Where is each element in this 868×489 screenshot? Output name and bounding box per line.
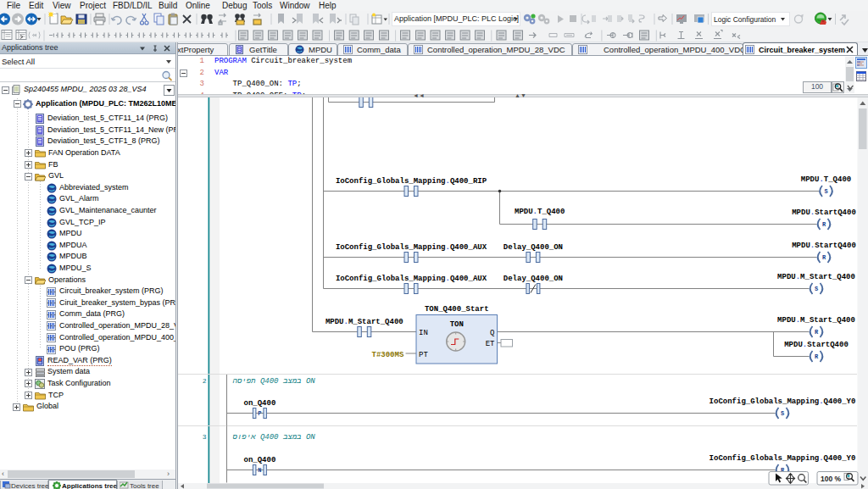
svg-text:IoConfig_Globals_Mapping.Q400_: IoConfig_Globals_Mapping.Q400_Y0 — [709, 454, 856, 463]
svg-text:MPDU.M_Start_Q400: MPDU.M_Start_Q400 — [326, 318, 403, 326]
svg-text:MPDU.M_Start_Q400: MPDU.M_Start_Q400 — [777, 273, 855, 281]
svg-text:MPDU.T_Q400: MPDU.T_Q400 — [801, 175, 851, 184]
svg-text:TON: TON — [450, 320, 464, 329]
svg-text:S: S — [824, 188, 827, 195]
svg-text:PT: PT — [419, 351, 428, 359]
svg-text:S: S — [781, 410, 784, 417]
svg-text:on_Q400: on_Q400 — [243, 456, 275, 464]
svg-text:IoConfig_Globals_Mapping.Q400_: IoConfig_Globals_Mapping.Q400_AUX — [336, 243, 487, 252]
svg-text:2: 2 — [203, 377, 207, 385]
svg-text:MPDU.M_Start_Q400: MPDU.M_Start_Q400 — [777, 316, 855, 325]
svg-text:TON_Q400_Start: TON_Q400_Start — [425, 305, 489, 314]
svg-text:on_Q400: on_Q400 — [243, 399, 275, 408]
svg-text:MPDU.T_Q400: MPDU.T_Q400 — [515, 208, 565, 216]
svg-text:Q: Q — [490, 329, 494, 337]
svg-text:P: P — [258, 410, 261, 417]
svg-text:T#300MS: T#300MS — [371, 351, 403, 359]
svg-text:S: S — [815, 286, 818, 292]
svg-text:IoConfig_Globals_Mapping.Q400_: IoConfig_Globals_Mapping.Q400_AUX — [336, 275, 487, 283]
svg-text:MPDU.StartQ400: MPDU.StartQ400 — [784, 341, 849, 349]
svg-text:IN: IN — [419, 329, 428, 337]
svg-text:MPDU.StartQ400: MPDU.StartQ400 — [792, 208, 856, 217]
svg-text:ET: ET — [486, 340, 495, 348]
svg-text:100 %: 100 % — [821, 475, 842, 483]
svg-text:איפוס Q400 במצב ON: איפוס Q400 במצב ON — [233, 433, 316, 442]
svg-text:N: N — [258, 467, 261, 474]
svg-text:Delay_Q400_ON: Delay_Q400_ON — [504, 275, 563, 283]
svg-text:Delay_Q400_ON: Delay_Q400_ON — [504, 243, 563, 252]
svg-text:IoConfig_Globals_Mapping.Q400_: IoConfig_Globals_Mapping.Q400_Y0 — [709, 397, 856, 406]
svg-text:MPDU.StartQ400: MPDU.StartQ400 — [792, 242, 856, 250]
svg-text:תפיסה Q400 במצב ON: תפיסה Q400 במצב ON — [233, 377, 316, 386]
svg-text:3: 3 — [203, 433, 207, 441]
svg-text:IoConfig_Globals_Mapping.Q400_: IoConfig_Globals_Mapping.Q400_RIP — [336, 177, 487, 186]
